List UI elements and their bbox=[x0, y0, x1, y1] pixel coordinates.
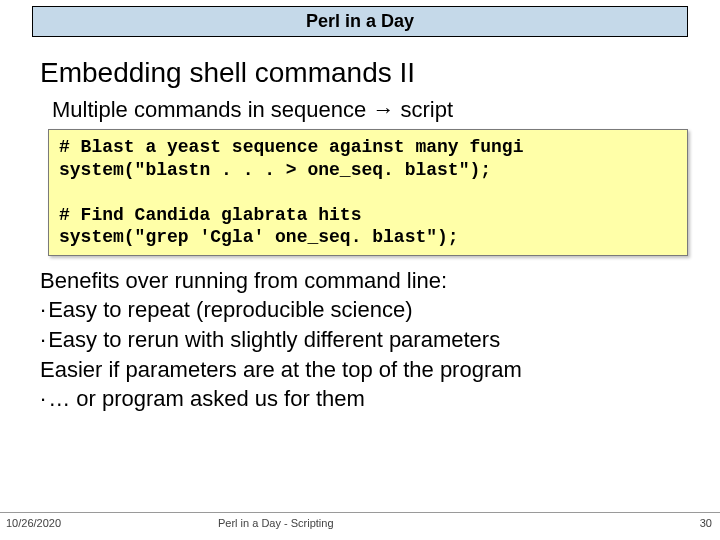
code-line: # Blast a yeast sequence against many fu… bbox=[59, 137, 523, 157]
slide-footer: 10/26/2020 Perl in a Day - Scripting 30 bbox=[0, 512, 720, 534]
code-line: system("grep 'Cgla' one_seq. blast"); bbox=[59, 227, 459, 247]
footer-title: Perl in a Day - Scripting bbox=[218, 517, 334, 529]
slide-title: Perl in a Day bbox=[306, 11, 414, 31]
footer-page-number: 30 bbox=[700, 517, 712, 529]
body-line: Easy to rerun with slightly different pa… bbox=[40, 325, 720, 355]
code-line: # Find Candida glabrata hits bbox=[59, 205, 361, 225]
body-line: Easier if parameters are at the top of t… bbox=[40, 355, 720, 385]
footer-date: 10/26/2020 bbox=[6, 517, 61, 529]
body-line: … or program asked us for them bbox=[40, 384, 720, 414]
body-line: Easy to repeat (reproducible science) bbox=[40, 295, 720, 325]
code-block: # Blast a yeast sequence against many fu… bbox=[48, 129, 688, 256]
body-text: Benefits over running from command line:… bbox=[40, 266, 720, 414]
section-heading: Embedding shell commands II bbox=[40, 57, 720, 89]
subheading: Multiple commands in sequence → script bbox=[52, 97, 720, 123]
body-line: Benefits over running from command line: bbox=[40, 266, 720, 296]
code-line: system("blastn . . . > one_seq. blast"); bbox=[59, 160, 491, 180]
slide-title-bar: Perl in a Day bbox=[32, 6, 688, 37]
